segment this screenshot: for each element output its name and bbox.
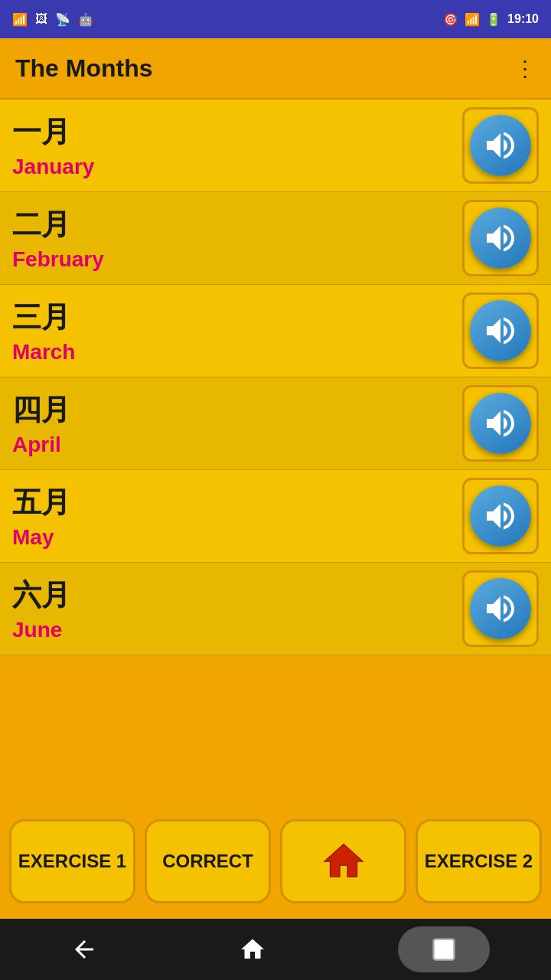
- status-icons-right: 🎯 📶 🔋 19:10: [443, 12, 539, 27]
- english-april: April: [12, 433, 70, 457]
- exercise2-button[interactable]: EXERCISE 2: [416, 819, 542, 903]
- time-display: 19:10: [507, 12, 539, 26]
- sound-button-april[interactable]: [462, 385, 539, 462]
- sound-button-june[interactable]: [462, 570, 539, 647]
- target-icon: 🎯: [443, 12, 458, 27]
- correct-button[interactable]: CORRECT: [145, 819, 271, 903]
- sound-circle: [470, 207, 531, 269]
- broadcast-icon: 📡: [55, 12, 70, 27]
- status-bar: 📶 🖼 📡 🤖 🎯 📶 🔋 19:10: [0, 0, 551, 38]
- list-item: 三月 March: [0, 285, 551, 377]
- recents-icon: [430, 936, 458, 963]
- list-item: 四月 April: [0, 377, 551, 470]
- wifi-icon: 📶: [12, 12, 28, 27]
- month-text-june: 六月 June: [12, 576, 70, 642]
- home-icon: [321, 838, 367, 884]
- speaker-icon: [482, 590, 519, 627]
- app-bar: The Months ⋮: [0, 38, 551, 100]
- list-item: 五月 May: [0, 470, 551, 563]
- sound-button-march[interactable]: [462, 292, 539, 369]
- bottom-buttons: EXERCISE 1 CORRECT EXERCISE 2: [0, 804, 551, 919]
- navigation-bar: [0, 919, 551, 980]
- home-nav-icon: [239, 936, 266, 963]
- svg-rect-0: [434, 939, 455, 960]
- sound-button-january[interactable]: [462, 107, 539, 184]
- speaker-icon: [482, 312, 519, 349]
- recents-button[interactable]: [398, 926, 490, 972]
- back-button[interactable]: [61, 926, 107, 972]
- signal-icon: 📶: [465, 12, 480, 27]
- list-item: 二月 February: [0, 192, 551, 285]
- chinese-february: 二月: [12, 205, 104, 244]
- english-january: January: [12, 155, 94, 179]
- month-list: 一月 January 二月 February 三月: [0, 100, 551, 804]
- sound-circle: [470, 578, 531, 639]
- sound-button-february[interactable]: [462, 200, 539, 276]
- home-nav-button[interactable]: [230, 926, 276, 972]
- chinese-march: 三月: [12, 298, 75, 337]
- speaker-icon: [482, 405, 519, 442]
- month-text-january: 一月 January: [12, 113, 94, 179]
- chinese-january: 一月: [12, 113, 94, 152]
- chinese-may: 五月: [12, 483, 70, 522]
- english-may: May: [12, 525, 70, 550]
- battery-icon: 🔋: [486, 12, 501, 27]
- english-march: March: [12, 340, 75, 364]
- speaker-icon: [482, 127, 519, 164]
- back-icon: [70, 936, 98, 963]
- english-february: February: [12, 247, 104, 272]
- photo-icon: 🖼: [35, 12, 47, 26]
- overflow-menu-icon[interactable]: ⋮: [514, 56, 536, 81]
- sound-button-may[interactable]: [462, 478, 539, 554]
- list-item: 六月 June: [0, 563, 551, 655]
- exercise1-button[interactable]: EXERCISE 1: [9, 819, 135, 903]
- chinese-june: 六月: [12, 576, 70, 615]
- home-button[interactable]: [280, 819, 406, 903]
- sound-circle: [470, 393, 531, 454]
- page-title: The Months: [15, 54, 153, 83]
- month-text-april: 四月 April: [12, 390, 70, 457]
- month-text-may: 五月 May: [12, 483, 70, 550]
- chinese-april: 四月: [12, 390, 70, 430]
- status-icons-left: 📶 🖼 📡 🤖: [12, 12, 93, 27]
- robot-icon: 🤖: [78, 12, 93, 27]
- sound-circle: [470, 115, 531, 176]
- month-text-march: 三月 March: [12, 298, 75, 364]
- month-text-february: 二月 February: [12, 205, 104, 272]
- english-june: June: [12, 618, 70, 642]
- speaker-icon: [482, 220, 519, 256]
- speaker-icon: [482, 498, 519, 534]
- sound-circle: [470, 300, 531, 361]
- list-item: 一月 January: [0, 100, 551, 192]
- sound-circle: [470, 485, 531, 547]
